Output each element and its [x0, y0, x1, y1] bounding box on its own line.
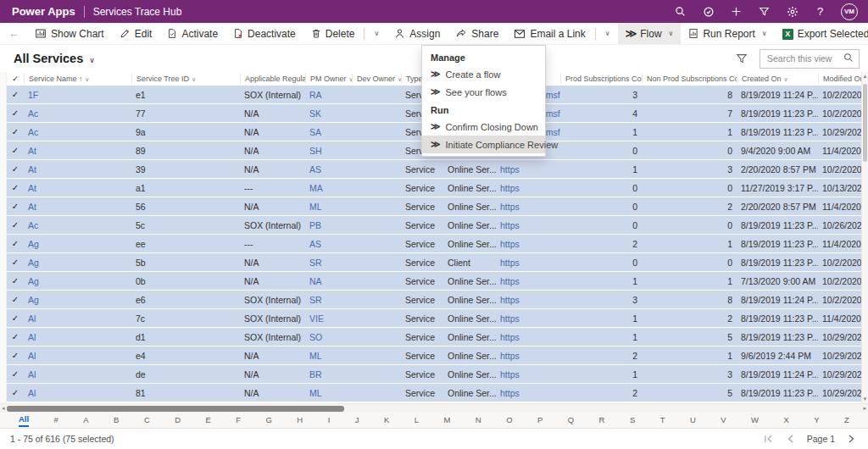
table-row[interactable]: ✓At39N/AASServiceOnline Ser...https132/2…: [7, 160, 861, 179]
cell-pm[interactable]: PB: [305, 220, 352, 230]
help-icon[interactable]: ?: [806, 0, 834, 23]
alpha-filter-c[interactable]: C: [144, 414, 150, 426]
alpha-filter-hash[interactable]: #: [54, 414, 58, 426]
table-row[interactable]: ✓Al81N/AMLServiceOnline Ser...https258/1…: [7, 384, 861, 402]
table-row[interactable]: ✓Ag5bN/ASRServiceClienthttps008/19/2019 …: [7, 253, 861, 272]
menu-item-initiate-compliance-review[interactable]: ≫Initiate Compliance Review: [422, 136, 545, 153]
cell-name[interactable]: Ac: [24, 127, 131, 137]
run-report-button[interactable]: Run Report∨: [681, 23, 774, 44]
cell-pm[interactable]: ML: [305, 351, 352, 361]
column-header-created[interactable]: Created On∨: [737, 74, 818, 84]
alpha-filter-y[interactable]: Y: [814, 414, 819, 426]
alpha-filter-e[interactable]: E: [206, 414, 211, 426]
row-checkbox[interactable]: ✓: [7, 258, 24, 267]
scroll-up-icon[interactable]: ▲: [862, 73, 868, 80]
row-checkbox[interactable]: ✓: [7, 332, 24, 341]
cell-name[interactable]: Ag: [24, 258, 131, 268]
search-icon[interactable]: [843, 51, 854, 66]
filter-icon[interactable]: [750, 0, 778, 23]
alpha-filter-k[interactable]: K: [384, 414, 389, 426]
table-row[interactable]: ✓Age6SOX (Internal)SRServiceOnline Ser..…: [7, 291, 861, 309]
table-row[interactable]: ✓AldeN/ABRServiceOnline Ser...https138/1…: [7, 365, 861, 384]
cell-name[interactable]: Al: [24, 313, 131, 324]
row-checkbox[interactable]: ✓: [7, 239, 24, 248]
cell-pm[interactable]: AS: [305, 164, 352, 175]
column-header-nonprod[interactable]: Non Prod Subscriptions Count∨: [642, 74, 737, 84]
scroll-right-icon[interactable]: ▸: [863, 404, 866, 413]
vertical-scrollbar[interactable]: ▲ ▼: [861, 72, 868, 403]
row-checkbox[interactable]: ✓: [7, 220, 24, 230]
cell-pm[interactable]: VIE: [305, 313, 352, 324]
table-row[interactable]: ✓Ag0bN/ANAServiceOnline Ser...https117/1…: [7, 272, 861, 291]
alpha-filter-m[interactable]: M: [443, 414, 450, 426]
alpha-filter-z[interactable]: Z: [844, 414, 849, 426]
search-icon[interactable]: [666, 0, 694, 23]
column-header-name[interactable]: Service Name ↑∨: [24, 74, 131, 84]
scroll-left-icon[interactable]: ◂: [2, 404, 5, 413]
alpha-filter-v[interactable]: V: [721, 414, 726, 426]
cell-name[interactable]: 1F: [24, 90, 131, 100]
table-row[interactable]: ✓Ac5cSOX (Internal)PBServiceOnline Ser..…: [7, 216, 861, 235]
cell-pm[interactable]: SR: [305, 295, 352, 305]
cell-pm[interactable]: SH: [305, 146, 352, 156]
alpha-filter-f[interactable]: F: [236, 414, 241, 426]
menu-item-create-a-flow[interactable]: ≫Create a flow: [422, 65, 545, 83]
next-page-icon[interactable]: [848, 435, 856, 443]
cell-name[interactable]: Al: [24, 388, 131, 398]
avatar[interactable]: VM: [841, 3, 858, 20]
menu-item-confirm-closing-down[interactable]: ≫Confirm Closing Down: [422, 118, 545, 136]
menu-item-see-your-flows[interactable]: ≫See your flows: [422, 83, 545, 101]
view-selector[interactable]: All Services ∨: [0, 52, 95, 65]
powerapps-logo[interactable]: Power Apps: [0, 5, 84, 18]
cell-url[interactable]: https: [496, 220, 534, 230]
cell-name[interactable]: Al: [24, 351, 131, 361]
alpha-filter-all[interactable]: All: [19, 413, 29, 427]
cell-url[interactable]: https: [496, 239, 534, 249]
cell-pm[interactable]: ML: [305, 388, 352, 398]
row-checkbox[interactable]: ✓: [7, 276, 24, 285]
cell-pm[interactable]: MA: [305, 183, 352, 193]
scroll-down-icon[interactable]: ▼: [862, 396, 868, 402]
previous-page-icon[interactable]: [786, 435, 794, 443]
deactivate-button[interactable]: Deactivate: [225, 23, 303, 44]
show-chart-button[interactable]: Show Chart: [27, 23, 112, 44]
horizontal-scrollbar[interactable]: ◂ ▸: [0, 403, 868, 413]
cell-name[interactable]: Ac: [24, 108, 131, 119]
email-a-link-button[interactable]: Email a Link: [506, 23, 593, 44]
cell-name[interactable]: At: [24, 164, 131, 175]
circle-check-icon[interactable]: [694, 0, 722, 23]
alpha-filter-i[interactable]: I: [328, 414, 331, 426]
assign-button[interactable]: Assign: [387, 23, 448, 44]
cell-pm[interactable]: SA: [305, 127, 352, 137]
gear-icon[interactable]: [778, 0, 806, 23]
row-checkbox[interactable]: ✓: [7, 202, 24, 211]
cell-url[interactable]: https: [496, 369, 534, 380]
export-selected-records-button[interactable]: XExport Selected Records: [775, 23, 868, 44]
edit-button[interactable]: Edit: [112, 23, 160, 44]
alpha-filter-g[interactable]: G: [266, 414, 272, 426]
table-row[interactable]: ✓Al7cSOX (Internal)VIEServiceOnline Ser.…: [7, 309, 861, 328]
row-checkbox[interactable]: ✓: [7, 146, 24, 155]
alpha-filter-w[interactable]: W: [751, 414, 759, 426]
table-row[interactable]: ✓At56N/AMLServiceOnline Ser...https022/2…: [7, 197, 861, 216]
overflow-chevron-button[interactable]: ∨: [598, 23, 618, 44]
alpha-filter-q[interactable]: Q: [568, 414, 574, 426]
alpha-filter-l[interactable]: L: [415, 414, 419, 426]
search-input[interactable]: [765, 53, 843, 64]
alpha-filter-n[interactable]: N: [476, 414, 481, 426]
alpha-filter-b[interactable]: B: [114, 414, 119, 426]
share-button[interactable]: Share: [448, 23, 506, 44]
alpha-filter-h[interactable]: H: [297, 414, 303, 426]
alpha-filter-o[interactable]: O: [506, 414, 512, 426]
row-checkbox[interactable]: ✓: [7, 164, 24, 174]
plus-icon[interactable]: [722, 0, 750, 23]
cell-name[interactable]: Ag: [24, 276, 131, 286]
row-checkbox[interactable]: ✓: [7, 127, 24, 136]
cell-pm[interactable]: SR: [305, 258, 352, 268]
cell-url[interactable]: https: [496, 202, 534, 212]
alpha-filter-p[interactable]: P: [537, 414, 542, 426]
row-checkbox[interactable]: ✓: [7, 369, 24, 379]
cell-pm[interactable]: SO: [305, 332, 352, 342]
alpha-filter-r[interactable]: R: [599, 414, 605, 426]
alpha-filter-j[interactable]: J: [355, 414, 359, 426]
